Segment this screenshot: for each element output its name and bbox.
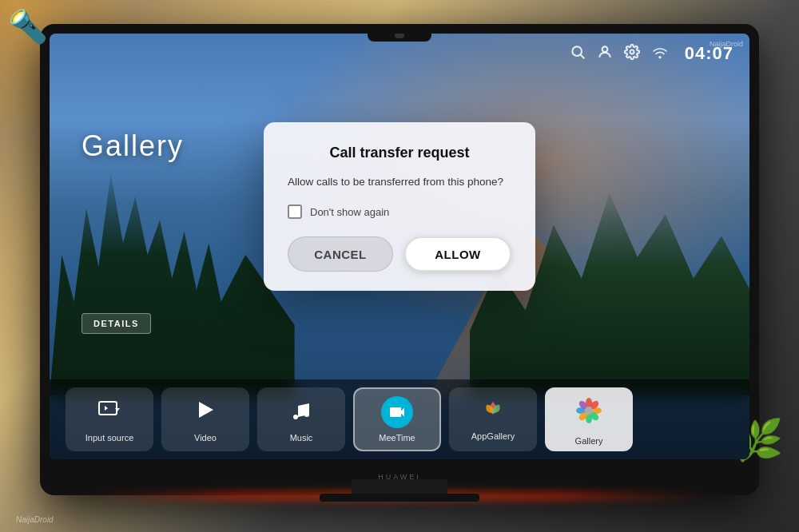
app-label-input-source: Input source	[85, 433, 134, 443]
music-icon	[288, 397, 314, 428]
outer-frame: 🔦 🌿	[0, 0, 799, 532]
meetime-icon	[381, 396, 413, 428]
tv-stand-base	[320, 494, 479, 502]
app-item-appgallery[interactable]: AppGallery	[449, 387, 537, 451]
photo-watermark: NaijaDroid	[710, 40, 743, 48]
gallery-icon	[571, 393, 606, 431]
allow-button[interactable]: ALLOW	[404, 236, 511, 272]
room-watermark: NaijaDroid	[16, 515, 54, 524]
appgallery-icon	[479, 399, 507, 427]
app-item-music[interactable]: Music	[257, 387, 345, 451]
tv-screen: 04:07 Gallery DETAILS Call transfer requ…	[50, 34, 749, 459]
modal-body: Allow calls to be transferred from this …	[288, 174, 511, 190]
app-label-video: Video	[194, 433, 217, 443]
app-item-video[interactable]: Video	[161, 387, 249, 451]
app-label-appgallery: AppGallery	[471, 431, 515, 441]
app-item-meetime[interactable]: MeeTime	[353, 387, 441, 451]
tv-stand	[352, 479, 447, 495]
app-label-music: Music	[290, 433, 313, 443]
svg-marker-5	[199, 402, 213, 418]
dont-show-label: Don't show again	[310, 206, 389, 218]
tv-body: 🔦 🌿	[40, 24, 759, 495]
app-label-gallery: Gallery	[575, 436, 603, 446]
input-source-icon	[97, 397, 122, 428]
app-bar: Input source Video	[50, 379, 749, 459]
cancel-button[interactable]: CANCEL	[288, 236, 393, 272]
app-item-gallery[interactable]: Gallery	[545, 387, 633, 451]
modal-overlay: Call transfer request Allow calls to be …	[50, 34, 749, 379]
modal-title: Call transfer request	[288, 145, 511, 161]
lamp: 🔦	[8, 8, 48, 46]
modal-checkbox-row: Don't show again	[288, 204, 511, 219]
app-label-meetime: MeeTime	[379, 433, 415, 443]
modal-buttons: CANCEL ALLOW	[288, 236, 511, 272]
dont-show-checkbox[interactable]	[288, 204, 302, 219]
svg-point-15	[585, 407, 593, 415]
app-item-input-source[interactable]: Input source	[66, 387, 153, 451]
video-icon	[193, 397, 218, 428]
modal-dialog: Call transfer request Allow calls to be …	[264, 122, 535, 291]
